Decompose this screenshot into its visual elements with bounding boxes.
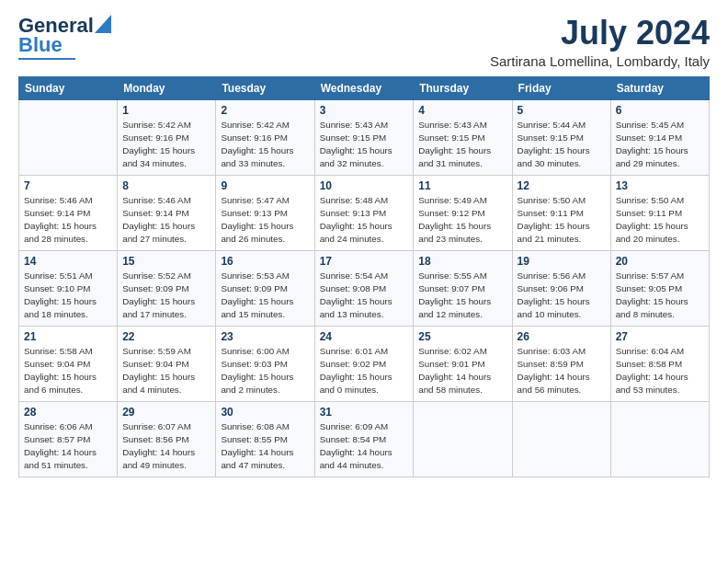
logo-blue: Blue <box>18 33 63 57</box>
weekday-header: Monday <box>118 76 216 99</box>
calendar-cell: 13Sunrise: 5:50 AMSunset: 9:11 PMDayligh… <box>610 175 709 250</box>
svg-marker-0 <box>95 15 111 33</box>
day-info: Sunrise: 5:54 AMSunset: 9:08 PMDaylight:… <box>320 270 409 322</box>
day-number: 6 <box>616 104 704 117</box>
day-info: Sunrise: 6:02 AMSunset: 9:01 PMDaylight:… <box>418 345 506 397</box>
calendar-week: 14Sunrise: 5:51 AMSunset: 9:10 PMDayligh… <box>19 250 710 326</box>
main-title: July 2024 <box>490 15 710 52</box>
day-number: 28 <box>24 406 112 419</box>
calendar-cell: 16Sunrise: 5:53 AMSunset: 9:09 PMDayligh… <box>216 250 314 326</box>
day-info: Sunrise: 5:42 AMSunset: 9:16 PMDaylight:… <box>221 119 309 171</box>
day-number: 12 <box>518 179 606 192</box>
calendar-week: 21Sunrise: 5:58 AMSunset: 9:04 PMDayligh… <box>19 326 710 401</box>
day-info: Sunrise: 6:06 AMSunset: 8:57 PMDaylight:… <box>24 420 112 473</box>
calendar-cell: 1Sunrise: 5:42 AMSunset: 9:16 PMDaylight… <box>118 99 216 175</box>
day-info: Sunrise: 6:00 AMSunset: 9:03 PMDaylight:… <box>221 345 309 397</box>
title-block: July 2024 Sartirana Lomellina, Lombardy,… <box>490 15 710 69</box>
day-info: Sunrise: 5:52 AMSunset: 9:09 PMDaylight:… <box>122 270 210 322</box>
weekday-header: Tuesday <box>216 76 314 99</box>
calendar-cell: 9Sunrise: 5:47 AMSunset: 9:13 PMDaylight… <box>216 175 314 250</box>
subtitle: Sartirana Lomellina, Lombardy, Italy <box>490 53 710 69</box>
day-number: 10 <box>320 179 409 192</box>
calendar-cell <box>19 99 118 175</box>
logo: General Blue <box>18 15 111 60</box>
weekday-header: Wednesday <box>314 76 414 99</box>
calendar-cell: 19Sunrise: 5:56 AMSunset: 9:06 PMDayligh… <box>512 250 610 326</box>
day-info: Sunrise: 6:07 AMSunset: 8:56 PMDaylight:… <box>122 420 210 473</box>
day-number: 18 <box>418 255 506 268</box>
day-number: 23 <box>221 330 309 343</box>
day-info: Sunrise: 5:51 AMSunset: 9:10 PMDaylight:… <box>24 270 112 322</box>
calendar-cell: 22Sunrise: 5:59 AMSunset: 9:04 PMDayligh… <box>118 326 216 401</box>
day-number: 11 <box>418 179 506 192</box>
calendar-cell: 5Sunrise: 5:44 AMSunset: 9:15 PMDaylight… <box>512 99 610 175</box>
day-number: 25 <box>418 330 506 343</box>
day-info: Sunrise: 5:43 AMSunset: 9:15 PMDaylight:… <box>418 119 506 171</box>
calendar-week: 1Sunrise: 5:42 AMSunset: 9:16 PMDaylight… <box>19 99 710 175</box>
calendar-cell: 18Sunrise: 5:55 AMSunset: 9:07 PMDayligh… <box>414 250 512 326</box>
calendar-body: 1Sunrise: 5:42 AMSunset: 9:16 PMDaylight… <box>19 99 710 477</box>
day-number: 30 <box>221 406 309 419</box>
calendar-cell: 21Sunrise: 5:58 AMSunset: 9:04 PMDayligh… <box>19 326 118 401</box>
weekday-header: Sunday <box>19 76 118 99</box>
calendar-cell: 15Sunrise: 5:52 AMSunset: 9:09 PMDayligh… <box>118 250 216 326</box>
day-info: Sunrise: 5:58 AMSunset: 9:04 PMDaylight:… <box>24 345 112 397</box>
calendar-cell: 28Sunrise: 6:06 AMSunset: 8:57 PMDayligh… <box>19 401 118 477</box>
day-info: Sunrise: 5:44 AMSunset: 9:15 PMDaylight:… <box>518 119 606 171</box>
day-number: 3 <box>320 104 409 117</box>
calendar-cell: 8Sunrise: 5:46 AMSunset: 9:14 PMDaylight… <box>118 175 216 250</box>
day-number: 29 <box>122 406 210 419</box>
calendar-cell <box>610 401 709 477</box>
day-number: 14 <box>24 255 112 268</box>
calendar-cell: 3Sunrise: 5:43 AMSunset: 9:15 PMDaylight… <box>314 99 414 175</box>
calendar-cell: 29Sunrise: 6:07 AMSunset: 8:56 PMDayligh… <box>118 401 216 477</box>
day-number: 15 <box>122 255 210 268</box>
day-info: Sunrise: 5:57 AMSunset: 9:05 PMDaylight:… <box>616 270 704 322</box>
calendar-cell: 4Sunrise: 5:43 AMSunset: 9:15 PMDaylight… <box>414 99 512 175</box>
day-info: Sunrise: 5:50 AMSunset: 9:11 PMDaylight:… <box>518 194 606 247</box>
day-number: 26 <box>518 330 606 343</box>
day-info: Sunrise: 5:46 AMSunset: 9:14 PMDaylight:… <box>24 194 112 247</box>
day-info: Sunrise: 5:55 AMSunset: 9:07 PMDaylight:… <box>418 270 506 322</box>
day-info: Sunrise: 5:49 AMSunset: 9:12 PMDaylight:… <box>418 194 506 247</box>
calendar-week: 28Sunrise: 6:06 AMSunset: 8:57 PMDayligh… <box>19 401 710 477</box>
day-number: 22 <box>122 330 210 343</box>
day-number: 4 <box>418 104 506 117</box>
day-number: 20 <box>616 255 704 268</box>
day-number: 7 <box>24 179 112 192</box>
day-number: 1 <box>122 104 210 117</box>
day-info: Sunrise: 6:04 AMSunset: 8:58 PMDaylight:… <box>616 345 704 397</box>
weekday-header: Saturday <box>610 76 709 99</box>
weekday-header: Friday <box>512 76 610 99</box>
day-info: Sunrise: 6:01 AMSunset: 9:02 PMDaylight:… <box>320 345 409 397</box>
day-info: Sunrise: 5:46 AMSunset: 9:14 PMDaylight:… <box>122 194 210 247</box>
calendar-cell: 7Sunrise: 5:46 AMSunset: 9:14 PMDaylight… <box>19 175 118 250</box>
day-info: Sunrise: 5:47 AMSunset: 9:13 PMDaylight:… <box>221 194 309 247</box>
day-info: Sunrise: 6:03 AMSunset: 8:59 PMDaylight:… <box>518 345 606 397</box>
calendar-cell: 25Sunrise: 6:02 AMSunset: 9:01 PMDayligh… <box>414 326 512 401</box>
day-number: 19 <box>518 255 606 268</box>
day-number: 27 <box>616 330 704 343</box>
day-info: Sunrise: 6:09 AMSunset: 8:54 PMDaylight:… <box>320 420 409 473</box>
day-number: 9 <box>221 179 309 192</box>
header: General Blue July 2024 Sartirana Lomelli… <box>18 15 710 69</box>
day-number: 31 <box>320 406 409 419</box>
day-info: Sunrise: 5:42 AMSunset: 9:16 PMDaylight:… <box>122 119 210 171</box>
calendar-cell: 14Sunrise: 5:51 AMSunset: 9:10 PMDayligh… <box>19 250 118 326</box>
day-number: 17 <box>320 255 409 268</box>
day-info: Sunrise: 5:50 AMSunset: 9:11 PMDaylight:… <box>616 194 704 247</box>
calendar-cell: 30Sunrise: 6:08 AMSunset: 8:55 PMDayligh… <box>216 401 314 477</box>
calendar-cell <box>414 401 512 477</box>
calendar-cell: 6Sunrise: 5:45 AMSunset: 9:14 PMDaylight… <box>610 99 709 175</box>
day-info: Sunrise: 5:45 AMSunset: 9:14 PMDaylight:… <box>616 119 704 171</box>
logo-underline <box>18 58 75 60</box>
day-number: 13 <box>616 179 704 192</box>
calendar-cell: 2Sunrise: 5:42 AMSunset: 9:16 PMDaylight… <box>216 99 314 175</box>
weekday-header: Thursday <box>414 76 512 99</box>
calendar-cell: 24Sunrise: 6:01 AMSunset: 9:02 PMDayligh… <box>314 326 414 401</box>
calendar-week: 7Sunrise: 5:46 AMSunset: 9:14 PMDaylight… <box>19 175 710 250</box>
day-info: Sunrise: 5:59 AMSunset: 9:04 PMDaylight:… <box>122 345 210 397</box>
calendar-header: SundayMondayTuesdayWednesdayThursdayFrid… <box>19 76 710 99</box>
day-info: Sunrise: 6:08 AMSunset: 8:55 PMDaylight:… <box>221 420 309 473</box>
day-number: 24 <box>320 330 409 343</box>
